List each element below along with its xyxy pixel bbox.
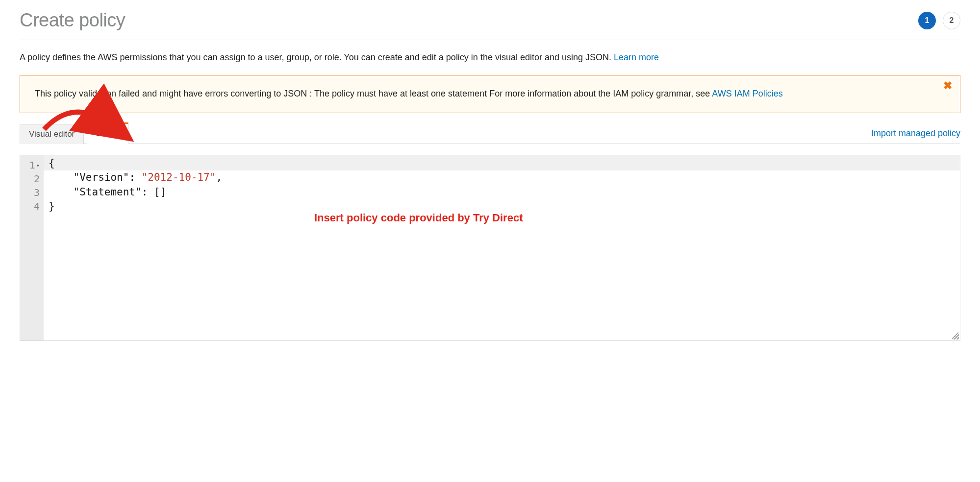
line-number: 3 [22, 186, 40, 199]
import-managed-policy-link[interactable]: Import managed policy [871, 124, 960, 144]
resize-handle-icon[interactable] [952, 333, 959, 339]
line-number: 1 [22, 158, 40, 172]
tabs-list: Visual editor JSON [20, 122, 131, 144]
code-line: "Statement": [] [49, 186, 166, 198]
close-icon[interactable]: ✖ [943, 80, 952, 91]
code-line: } [49, 200, 55, 212]
code-line: { [44, 155, 960, 170]
learn-more-link[interactable]: Learn more [614, 52, 659, 62]
tab-visual-editor[interactable]: Visual editor [20, 124, 84, 144]
line-number: 4 [22, 199, 40, 213]
annotation-label: Insert policy code provided by Try Direc… [314, 212, 523, 224]
code-area[interactable]: { "Version": "2012-10-17", "Statement": … [44, 155, 960, 340]
tab-json[interactable]: JSON [87, 122, 128, 144]
tabs-container: Visual editor JSON Import managed policy [20, 122, 960, 144]
header-row: Create policy 1 2 [20, 10, 960, 40]
json-editor[interactable]: 1 2 3 4 { "Version": "2012-10-17", "Stat… [20, 155, 960, 341]
code-line: "Version": "2012-10-17", [49, 171, 222, 183]
description-text: A policy defines the AWS permissions tha… [20, 52, 614, 62]
line-number: 2 [22, 172, 40, 186]
alert-doc-link[interactable]: AWS IAM Policies [712, 89, 782, 98]
alert-message: This policy validation failed and might … [35, 89, 712, 98]
wizard-step-2[interactable]: 2 [943, 12, 960, 29]
tabs-row: Visual editor JSON Import managed policy [20, 122, 960, 144]
wizard-step-1[interactable]: 1 [918, 12, 936, 29]
validation-alert: ✖ This policy validation failed and migh… [20, 75, 960, 113]
editor-gutter: 1 2 3 4 [20, 155, 44, 340]
page-title: Create policy [20, 10, 125, 31]
policy-description: A policy defines the AWS permissions tha… [20, 51, 960, 64]
wizard-steps: 1 2 [918, 12, 960, 29]
